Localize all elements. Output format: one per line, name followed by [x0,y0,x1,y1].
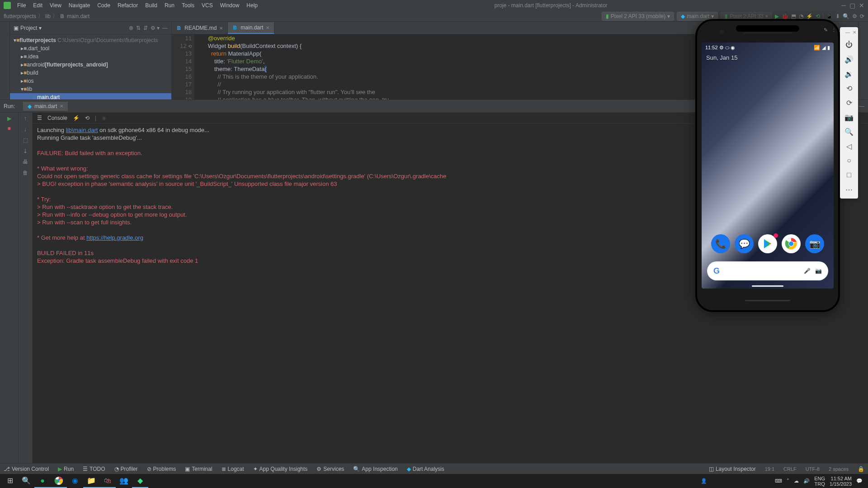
run-tab-main[interactable]: ◆main.dart✕ [23,102,68,111]
menu-run[interactable]: Run [162,1,177,9]
sync-icon[interactable]: ⟳ [860,13,864,19]
emu-close-icon[interactable]: ✕ [853,30,856,35]
scroll-end-icon[interactable]: ⤓ [23,148,28,154]
menu-build[interactable]: Build [142,1,160,9]
down-icon[interactable]: ↓ [24,126,27,133]
menu-vcs[interactable]: VCS [199,1,216,9]
tool-app-quality[interactable]: ✦App Quality Insights [253,466,308,472]
menu-file[interactable]: File [14,1,28,9]
tool-services[interactable]: ⚙Services [316,466,344,472]
task-search[interactable]: 🔍 [18,474,34,488]
device-selector[interactable]: ▮ Pixel 2 API 33 (mobile) ▾ [602,12,674,21]
app-phone[interactable]: 📞 [711,234,730,253]
home-icon[interactable]: ○ [840,154,858,167]
emulator[interactable]: 11:52 ⚙ ⬭ ◉ 📶◢▮ Sun, Jan 15 📞 💬 📷 G 🎤📷 [695,19,840,312]
rotate-left-icon[interactable]: ⟲ [840,82,858,95]
app-camera[interactable]: 📷 [805,234,824,253]
console-tab[interactable]: Console [47,115,67,121]
attach-icon[interactable]: ⟲ [816,13,820,19]
menu-code[interactable]: Code [94,1,113,9]
menu-help[interactable]: Help [244,1,260,9]
tree-root[interactable]: ▾ ■ flutterprojects C:\Users\Ozgur\Docum… [10,36,171,44]
tray-chevron-icon[interactable]: ˄ [787,478,789,484]
zoom-icon[interactable]: 🔍 [840,125,858,138]
lock-icon[interactable]: 🔒 [858,466,864,472]
mic-icon[interactable]: 🎤 [804,268,811,274]
close-icon[interactable]: ✕ [859,2,864,9]
print-icon[interactable]: 🖶 [23,159,28,165]
devtools-icon[interactable]: ◉ [102,115,106,121]
task-edge[interactable]: ◉ [67,474,83,488]
tray-cloud-icon[interactable]: ☁ [794,478,799,484]
crumb-file[interactable]: main.dart [67,13,90,19]
settings-icon[interactable]: ⚙ [852,13,857,19]
status-pos[interactable]: 19:1 [765,466,774,472]
minimize-icon[interactable]: ─ [841,2,846,9]
emulator-search[interactable]: G 🎤📷 [707,261,828,280]
status-eol[interactable]: CRLF [783,466,797,472]
tool-app-inspection[interactable]: 🔍App Inspection [353,466,397,472]
task-spotify[interactable]: ● [34,474,51,488]
tool-terminal[interactable]: ▣Terminal [185,466,212,472]
rotate-right-icon[interactable]: ⟳ [840,96,858,109]
menu-view[interactable]: View [47,1,64,9]
rerun-icon[interactable]: ▶ [7,115,11,122]
task-explorer[interactable]: 📁 [83,474,99,488]
close-icon[interactable]: ✕ [219,26,223,31]
debug-icon[interactable]: 🐞 [782,13,788,19]
menu-refactor[interactable]: Refactor [115,1,141,9]
tree-android[interactable]: ▸ ■ android [flutterprojects_android] [10,61,171,69]
hide-icon[interactable]: — [859,103,864,109]
tool-profiler[interactable]: ◔Profiler [114,466,138,472]
task-apps[interactable]: 🛍 [99,474,116,488]
tab-main-dart[interactable]: 🗎main.dart✕ [228,22,274,34]
back-icon[interactable]: ◁ [840,140,858,152]
run-icon[interactable]: ▶ [775,13,779,19]
app-chrome[interactable] [782,234,801,253]
tray-notifications-icon[interactable]: 💬 [856,478,863,484]
tray-date[interactable]: 1/15/2023 [830,481,852,487]
tray-keyboard-icon[interactable]: ⌨ [775,478,782,484]
tray-volume-icon[interactable]: 🔊 [803,478,810,484]
tray-person-icon[interactable]: 👤 [701,478,707,484]
app-play-store[interactable] [758,234,777,253]
sdk-icon[interactable]: ⬇ [835,13,840,19]
menu-navigate[interactable]: Navigate [66,1,93,9]
tray-kb[interactable]: TRQ [814,481,825,487]
soft-wrap-icon[interactable]: ⬚ [23,137,28,143]
crumb-project[interactable]: flutterprojects [4,13,36,19]
volume-up-icon[interactable]: 🔊 [840,53,858,66]
tab-readme[interactable]: 🗎README.md✕ [172,22,228,34]
task-teams[interactable]: 👥 [116,474,132,488]
close-icon[interactable]: ✕ [266,25,269,30]
tray-time[interactable]: 11:52 AM [830,476,852,481]
tree-build[interactable]: ▸ ■ build [10,69,171,77]
tree-idea[interactable]: ▸ ■ .idea [10,52,171,61]
nav-handle[interactable] [752,285,783,287]
search-icon[interactable]: 🔍 [843,13,849,19]
tool-version-control[interactable]: ⎇Version Control [4,466,49,472]
close-icon[interactable]: ✕ [60,104,63,109]
tree-lib[interactable]: ▾ ■ lib [10,85,171,93]
tree-dart-tool[interactable]: ▸ ■ .dart_tool [10,44,171,52]
status-indent[interactable]: 2 spaces [829,466,849,472]
tool-problems[interactable]: ⊘Problems [147,466,176,472]
stop-icon[interactable]: ■ [7,125,10,132]
maximize-icon[interactable]: ▢ [849,2,855,9]
up-icon[interactable]: ↑ [24,115,27,122]
clear-icon[interactable]: 🗑 [23,170,28,176]
overview-icon[interactable]: □ [840,169,858,181]
app-messages[interactable]: 💬 [735,234,754,253]
tool-dart-analysis[interactable]: ◆Dart Analysis [407,466,444,472]
power-icon[interactable]: ⏻ [840,38,858,51]
reload-icon[interactable]: ⚡ [73,115,80,121]
hot-reload-icon[interactable]: ⚡ [806,13,813,19]
menu-icon[interactable]: ⋮ [831,27,836,33]
restart-icon[interactable]: ⟲ [85,115,90,121]
tool-run[interactable]: ▶Run [58,466,74,472]
emu-minimize-icon[interactable]: — [845,30,850,35]
tray-lang[interactable]: ENG [814,476,825,481]
tree-ios[interactable]: ▸ ■ ios [10,77,171,85]
more-icon[interactable]: ⋯ [840,183,858,196]
task-android-studio[interactable]: ◆ [132,474,148,488]
